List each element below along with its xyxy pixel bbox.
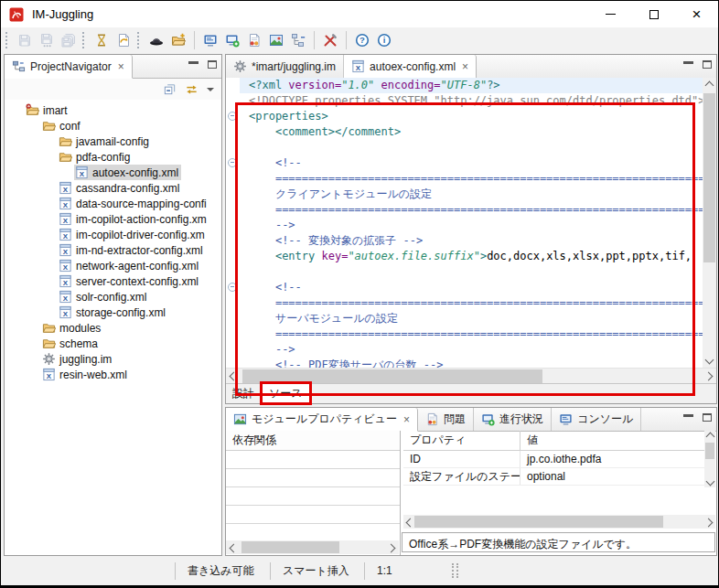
log-view-button[interactable]: [243, 30, 265, 50]
property-row[interactable]: 設定ファイルのステータスoptional: [403, 468, 715, 486]
hierarchy-button[interactable]: [287, 30, 309, 50]
code-line[interactable]: <!--: [240, 280, 703, 295]
minimize-view-icon[interactable]: [683, 61, 693, 68]
view-tab-進行状況[interactable]: 進行状況: [474, 408, 552, 431]
code-line[interactable]: <properties>: [240, 109, 703, 124]
console-view-button[interactable]: [199, 30, 221, 50]
tree-item-conf[interactable]: conf: [5, 118, 221, 134]
fold-collapse-icon[interactable]: [228, 158, 237, 167]
code-line[interactable]: <!-- PDF変換サーバの台数 -->: [240, 358, 703, 368]
maximize-view-icon[interactable]: [703, 413, 712, 422]
minimize-view-icon[interactable]: [188, 61, 199, 68]
editor-horizontal-scrollbar[interactable]: [226, 368, 716, 384]
tree-item-data-source-mapping-confi[interactable]: Xdata-source-mapping-confi: [5, 196, 221, 211]
tree-item-im-copilot-driver-config-xm[interactable]: Xim-copilot-driver-config.xm: [5, 227, 221, 242]
tree-item-server-context-config-xml[interactable]: Xserver-context-config.xml: [5, 273, 221, 289]
view-menu-button[interactable]: [207, 88, 214, 91]
column-header-property[interactable]: プロパティ: [403, 431, 520, 450]
code-line[interactable]: [240, 140, 703, 155]
view-tab-コンソール[interactable]: コンソール: [552, 408, 641, 431]
dependencies-empty-row[interactable]: [226, 451, 400, 469]
tree-item-juggling-im[interactable]: juggling.im: [5, 351, 221, 367]
minimize-view-icon[interactable]: [683, 414, 693, 421]
dependencies-horizontal-scrollbar[interactable]: [226, 540, 399, 554]
code-line[interactable]: サーバモジュールの設定: [240, 311, 703, 326]
tree-item-imart[interactable]: imart: [5, 102, 221, 118]
tab-close-icon[interactable]: ×: [462, 60, 468, 73]
dependencies-empty-row[interactable]: [226, 506, 400, 524]
run-monitor-button[interactable]: [221, 30, 243, 50]
code-line[interactable]: [240, 264, 703, 280]
property-row[interactable]: IDjp.co.iothe.pdfa: [403, 451, 715, 468]
scroll-thumb[interactable]: [705, 443, 714, 459]
save-as-button[interactable]: [36, 30, 58, 50]
tab-close-icon[interactable]: ×: [403, 413, 410, 426]
scroll-thumb[interactable]: [703, 93, 715, 262]
dependencies-empty-row[interactable]: [226, 487, 400, 506]
collapse-all-button[interactable]: [163, 82, 177, 96]
maximize-button[interactable]: [632, 1, 675, 27]
scroll-thumb[interactable]: [241, 541, 339, 553]
info-button[interactable]: i: [373, 30, 395, 50]
tree-item-im-nd-extractor-config-xml[interactable]: Xim-nd-extractor-config.xml: [5, 242, 221, 258]
code-line[interactable]: ========================================…: [240, 295, 703, 311]
code-line[interactable]: <!DOCTYPE properties SYSTEM "http://java…: [240, 93, 703, 109]
tree-item-solr-config-xml[interactable]: Xsolr-config.xml: [5, 289, 221, 305]
code-line[interactable]: <?xml version="1.0" encoding="UTF-8"?>: [240, 78, 703, 93]
properties-horizontal-scrollbar[interactable]: [403, 515, 715, 529]
mode-tab-ソース[interactable]: ソース: [262, 383, 310, 403]
link-with-editor-button[interactable]: [185, 82, 199, 96]
tree-item-modules[interactable]: modules: [5, 320, 221, 336]
code-line[interactable]: <!-- 変換対象の拡張子 -->: [240, 233, 703, 249]
tree-item-network-agent-config-xml[interactable]: Xnetwork-agent-config.xml: [5, 258, 221, 273]
tree-item-pdfa-config[interactable]: pdfa-config: [5, 149, 221, 165]
hat-button[interactable]: [145, 30, 167, 50]
tree-item-javamail-config[interactable]: javamail-config: [5, 134, 221, 149]
dependencies-empty-row[interactable]: [226, 469, 400, 487]
code-line[interactable]: <entry key="autoex.file.suffix">doc,docx…: [240, 249, 703, 264]
editor-vertical-scrollbar[interactable]: [703, 78, 716, 368]
view-tab-問題[interactable]: 問題: [418, 408, 474, 431]
code-line[interactable]: <!--: [240, 155, 703, 171]
tree-item-schema[interactable]: schema: [5, 336, 221, 351]
maximize-view-icon[interactable]: [703, 60, 712, 69]
editor-tab-autoex-config-xml[interactable]: Xautoex-config.xml×: [344, 55, 477, 79]
close-button[interactable]: ×: [675, 1, 718, 27]
save-all-button[interactable]: [58, 30, 80, 50]
scroll-thumb[interactable]: [242, 369, 542, 383]
code-line[interactable]: クライアントモジュールの設定: [240, 187, 703, 202]
editor-tab-imart-juggling-im[interactable]: *imart/juggling.im: [226, 55, 344, 78]
tab-close-icon[interactable]: ×: [118, 60, 124, 73]
import-folder-button[interactable]: [167, 30, 189, 50]
maximize-view-icon[interactable]: [208, 60, 217, 69]
fold-collapse-icon[interactable]: [228, 112, 237, 121]
console-view-icon: [203, 33, 218, 48]
tree-item-storage-config-xml[interactable]: Xstorage-config.xml: [5, 305, 221, 320]
tree-item-cassandra-config-xml[interactable]: Xcassandra-config.xml: [5, 180, 221, 196]
file-refresh-button[interactable]: [113, 30, 134, 50]
statusbar-drag-handle[interactable]: [452, 563, 458, 578]
mode-tab-設計[interactable]: 設計: [226, 384, 262, 403]
code-line[interactable]: <comment></comment>: [240, 124, 703, 140]
code-line[interactable]: ========================================…: [240, 202, 703, 218]
scroll-thumb[interactable]: [414, 516, 663, 528]
tree-item-autoex-config-xml[interactable]: Xautoex-config.xml: [5, 165, 221, 180]
properties-vertical-scrollbar[interactable]: [704, 431, 715, 487]
juggling-build-button[interactable]: [91, 30, 113, 50]
tab-project-navigator[interactable]: ProjectNavigator ×: [5, 55, 133, 79]
view-tab-モジュールプロパティビュー[interactable]: モジュールプロパティビュー×: [226, 408, 418, 432]
help-button[interactable]: ?: [351, 30, 373, 50]
column-header-value[interactable]: 値: [520, 431, 715, 450]
save-button[interactable]: [14, 30, 36, 50]
fold-collapse-icon[interactable]: [228, 283, 237, 292]
tools-button[interactable]: [319, 30, 341, 50]
code-line[interactable]: ========================================…: [240, 326, 703, 342]
code-line[interactable]: -->: [240, 218, 703, 233]
code-area[interactable]: <?xml version="1.0" encoding="UTF-8"?><!…: [240, 78, 703, 368]
code-line[interactable]: -->: [240, 342, 703, 358]
minimize-button[interactable]: [589, 1, 632, 27]
tree-item-im-copilot-action-config-xm[interactable]: Xim-copilot-action-config.xm: [5, 211, 221, 227]
code-line[interactable]: ========================================…: [240, 171, 703, 187]
tree-item-resin-web-xml[interactable]: Xresin-web.xml: [5, 367, 221, 382]
module-property-view-button[interactable]: [265, 30, 287, 50]
